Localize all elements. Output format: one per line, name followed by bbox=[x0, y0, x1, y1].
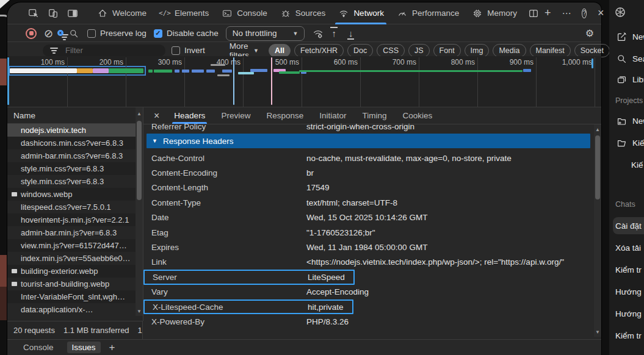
devtools-tabbar: Welcome </> Elements Console Sources bbox=[7, 2, 601, 24]
chip-font[interactable]: Font bbox=[433, 44, 461, 57]
sidebar-chat-item[interactable]: Kiểm tr bbox=[613, 261, 644, 278]
tick-label: 700 ms bbox=[377, 58, 416, 66]
request-row[interactable]: admin-bar.min.js?ver=6.8.3 bbox=[7, 226, 143, 239]
export-har-icon[interactable]: ↓ bbox=[349, 29, 353, 38]
request-row[interactable]: view.min.js?ver=61572d447… bbox=[7, 239, 143, 252]
drawer-tab-issues[interactable]: Issues bbox=[67, 342, 101, 353]
add-drawer-tab-icon[interactable]: + bbox=[109, 342, 115, 354]
sidebar-item-library[interactable]: Libr bbox=[613, 71, 644, 88]
disable-cache-checkbox[interactable]: ✓ Disable cache bbox=[154, 29, 219, 38]
sidebar-chat-item-active[interactable]: Cài đặt bbox=[613, 217, 644, 234]
search-icon[interactable] bbox=[68, 27, 80, 40]
tab-elements[interactable]: </> Elements bbox=[153, 2, 215, 24]
chip-all[interactable]: All bbox=[269, 44, 291, 57]
scroll-thumb[interactable] bbox=[137, 121, 142, 200]
chip-css[interactable]: CSS bbox=[377, 44, 405, 57]
timeline-overview[interactable]: 100 ms 200 ms 300 ms 400 ms 500 ms 600 m… bbox=[7, 56, 601, 107]
request-row[interactable]: dashicons.min.css?ver=6.8.3 bbox=[7, 137, 143, 149]
sidebar-chat-item[interactable]: Xóa tải bbox=[613, 239, 644, 256]
compose-icon bbox=[615, 30, 628, 43]
tab-timing[interactable]: Timing bbox=[355, 107, 393, 124]
waterfall-segment bbox=[109, 68, 143, 73]
sidebar-item-search-chats[interactable]: Sea bbox=[613, 50, 644, 67]
chip-media[interactable]: Media bbox=[493, 44, 526, 57]
device-toolbar-icon[interactable] bbox=[48, 7, 59, 20]
background-artifact bbox=[0, 0, 10, 9]
chip-manifest[interactable]: Manifest bbox=[530, 44, 571, 57]
sidebar-item-project-chat[interactable]: Kiế bbox=[613, 156, 644, 173]
devtools-window: Welcome </> Elements Console Sources bbox=[7, 2, 601, 355]
timeline-gridline bbox=[243, 57, 244, 107]
section-triangle-icon: ▼ bbox=[152, 138, 157, 144]
request-row[interactable]: style.min.css?ver=6.8.3 bbox=[7, 175, 143, 188]
inspect-element-icon[interactable] bbox=[28, 7, 39, 20]
preserve-log-checkbox[interactable]: Preserve log bbox=[87, 29, 147, 38]
settings-gear-icon[interactable]: ⚙ bbox=[585, 29, 594, 38]
request-row[interactable]: windows.webp bbox=[7, 188, 143, 201]
dock-side-icon[interactable] bbox=[67, 7, 78, 20]
tab-console[interactable]: Console bbox=[215, 2, 273, 24]
scroll-down-icon[interactable]: ▼ bbox=[136, 307, 143, 315]
tab-sources[interactable]: Sources bbox=[273, 2, 332, 24]
chip-fetch-xhr[interactable]: Fetch/XHR bbox=[294, 44, 344, 57]
import-har-icon[interactable]: ↑ bbox=[331, 29, 336, 38]
tab-cookies[interactable]: Cookies bbox=[396, 107, 439, 124]
sidebar-item-new-project[interactable]: New bbox=[613, 112, 644, 129]
chip-socket[interactable]: Socket bbox=[574, 44, 610, 57]
tab-performance[interactable]: Performance bbox=[390, 2, 465, 24]
new-tab-icon[interactable]: + bbox=[539, 7, 557, 20]
scroll-thumb[interactable] bbox=[595, 135, 600, 199]
invert-checkbox[interactable]: Invert bbox=[172, 46, 205, 55]
request-row[interactable]: index.min.js?ver=55aebb6e0… bbox=[7, 252, 143, 265]
list-scrollbar[interactable]: ▲ ▼ bbox=[136, 107, 143, 316]
drawer-tab-console[interactable]: Console bbox=[18, 342, 59, 353]
tab-headers[interactable]: Headers bbox=[167, 107, 212, 124]
network-conditions-icon[interactable] bbox=[312, 27, 324, 40]
name-column-header[interactable]: Name bbox=[7, 107, 143, 124]
tab-memory[interactable]: Memory bbox=[465, 2, 523, 24]
layout-panel-icon[interactable] bbox=[528, 7, 539, 20]
response-headers-section[interactable]: ▼ Response Headers bbox=[147, 134, 590, 148]
throttling-dropdown[interactable]: No throttling ▼ bbox=[226, 26, 305, 41]
clear-icon[interactable]: ⊘ bbox=[44, 28, 53, 39]
tab-welcome[interactable]: Welcome bbox=[90, 2, 153, 24]
sidebar-item-project-folder[interactable]: Kiế bbox=[613, 134, 644, 151]
sidebar-chat-item[interactable]: Hướng bbox=[613, 305, 644, 322]
header-row: Content-Encodingbr bbox=[143, 165, 593, 180]
chip-img[interactable]: Img bbox=[465, 44, 490, 57]
filter-input-pill[interactable] bbox=[43, 45, 165, 57]
chip-js[interactable]: JS bbox=[408, 44, 430, 57]
close-window-icon[interactable]: × bbox=[592, 7, 610, 20]
chip-doc[interactable]: Doc bbox=[347, 44, 373, 57]
close-details-icon[interactable]: × bbox=[148, 110, 165, 121]
details-scrollbar[interactable]: ▲ ▼ bbox=[594, 124, 601, 337]
headers-content: Referrer Policy strict-origin-when-cross… bbox=[143, 124, 593, 339]
scroll-up-icon[interactable]: ▲ bbox=[594, 126, 601, 133]
sidebar-chat-item[interactable]: Hướng bbox=[613, 283, 644, 300]
scroll-up-icon[interactable]: ▲ bbox=[136, 110, 143, 117]
tab-network[interactable]: Network bbox=[331, 2, 390, 24]
request-row[interactable]: data:application/x-… bbox=[7, 303, 143, 316]
header-row-highlighted: ServerLiteSpeed bbox=[143, 270, 355, 284]
more-menu-icon[interactable]: ⋯ bbox=[556, 8, 576, 19]
tab-response[interactable]: Response bbox=[259, 107, 310, 124]
request-row[interactable]: hoverintent-js.min.js?ver=2.2.1 bbox=[7, 213, 143, 226]
header-row: VaryAccept-Encoding bbox=[143, 285, 593, 299]
request-row[interactable]: tourist-and-building.webp bbox=[7, 278, 143, 290]
filter-input[interactable] bbox=[64, 45, 158, 56]
request-row[interactable]: litespeed.css?ver=7.5.0.1 bbox=[7, 201, 143, 213]
tab-initiator[interactable]: Initiator bbox=[313, 107, 353, 124]
request-row[interactable]: Inter-VariableFont_slnt,wgh… bbox=[7, 290, 143, 303]
request-row[interactable]: admin-bar.min.css?ver=6.8.3 bbox=[7, 149, 143, 162]
sidebar-item-new-chat[interactable]: New bbox=[613, 28, 644, 45]
scroll-down-icon[interactable]: ▼ bbox=[594, 328, 601, 335]
sidebar-chat-item[interactable]: Kiểm tr bbox=[613, 327, 644, 344]
request-row[interactable]: style.min.css?ver=6.8.3 bbox=[7, 162, 143, 175]
request-row[interactable]: building-exterior.webp bbox=[7, 265, 143, 278]
help-icon[interactable]: ? bbox=[582, 9, 587, 18]
record-button[interactable] bbox=[26, 28, 37, 39]
header-row: Content-Typetext/html; charset=UTF-8 bbox=[143, 195, 593, 210]
request-row[interactable]: nodejs.vietnix.tech bbox=[7, 124, 143, 137]
resources-size: 1.3 bbox=[138, 326, 143, 335]
tab-preview[interactable]: Preview bbox=[214, 107, 257, 124]
